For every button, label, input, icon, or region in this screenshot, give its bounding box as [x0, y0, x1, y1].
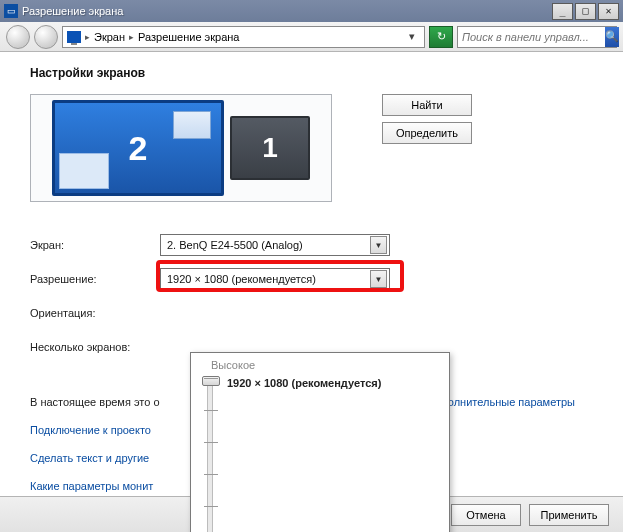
- address-bar[interactable]: ▸ Экран ▸ Разрешение экрана ▾: [62, 26, 425, 48]
- multi-label: Несколько экранов:: [30, 341, 190, 353]
- window-title: Разрешение экрана: [22, 5, 552, 17]
- status-text: В настоящее время это о: [30, 396, 160, 408]
- monitor-1[interactable]: 1: [230, 116, 310, 180]
- maximize-button[interactable]: □: [575, 3, 596, 20]
- page-heading: Настройки экранов: [30, 66, 603, 80]
- cancel-button[interactable]: Отмена: [451, 504, 521, 526]
- find-button[interactable]: Найти: [382, 94, 472, 116]
- resolution-label: Разрешение:: [30, 273, 160, 285]
- chevron-right-icon: ▸: [85, 32, 90, 42]
- identify-button[interactable]: Определить: [382, 122, 472, 144]
- monitor-params-link[interactable]: Какие параметры монит: [30, 480, 153, 492]
- back-button[interactable]: [6, 25, 30, 49]
- orientation-label: Ориентация:: [30, 307, 160, 319]
- resolution-dropdown-panel: Высокое 1920 × 1080 (рекомендуется) 1280…: [190, 352, 450, 532]
- resolution-select[interactable]: 1920 × 1080 (рекомендуется) ▼: [160, 268, 390, 290]
- text-size-link[interactable]: Сделать текст и другие: [30, 452, 149, 464]
- advanced-params-link[interactable]: Дополнительные параметры: [428, 396, 575, 408]
- crumb-resolution[interactable]: Разрешение экрана: [138, 31, 239, 43]
- chevron-down-icon[interactable]: ▼: [370, 270, 387, 288]
- crumb-display[interactable]: Экран: [94, 31, 125, 43]
- apply-button[interactable]: Применить: [529, 504, 609, 526]
- chevron-right-icon: ▸: [129, 32, 134, 42]
- display-label: Экран:: [30, 239, 160, 251]
- monitor-icon: [67, 31, 81, 43]
- monitor-2-label: 2: [129, 129, 148, 168]
- monitor-1-label: 1: [262, 132, 278, 164]
- monitor-preview[interactable]: 2 1: [30, 94, 332, 202]
- chevron-down-icon[interactable]: ▼: [370, 236, 387, 254]
- search-go-button[interactable]: 🔍: [605, 27, 619, 47]
- refresh-button[interactable]: ↻: [429, 26, 453, 48]
- monitor-icon: ▭: [4, 4, 18, 18]
- search-box: 🔍: [457, 26, 617, 48]
- main-content: Настройки экранов 2 1 Найти Определить Э…: [0, 52, 623, 500]
- display-select[interactable]: 2. BenQ E24-5500 (Analog) ▼: [160, 234, 390, 256]
- resolution-value: 1920 × 1080 (рекомендуется): [167, 273, 370, 285]
- monitor-2[interactable]: 2: [52, 100, 224, 196]
- minimize-button[interactable]: _: [552, 3, 573, 20]
- forward-button[interactable]: [34, 25, 58, 49]
- quality-hint: Высокое: [211, 359, 439, 371]
- projector-link[interactable]: Подключение к проекто: [30, 424, 151, 436]
- display-value: 2. BenQ E24-5500 (Analog): [167, 239, 370, 251]
- window-controls: _ □ ✕: [552, 3, 619, 20]
- close-button[interactable]: ✕: [598, 3, 619, 20]
- chevron-down-icon[interactable]: ▾: [404, 30, 420, 43]
- titlebar: ▭ Разрешение экрана _ □ ✕: [0, 0, 623, 22]
- search-input[interactable]: [458, 27, 605, 47]
- nav-bar: ▸ Экран ▸ Разрешение экрана ▾ ↻ 🔍: [0, 22, 623, 52]
- res-option-0[interactable]: 1920 × 1080 (рекомендуется): [227, 377, 381, 389]
- resolution-slider[interactable]: [207, 377, 213, 532]
